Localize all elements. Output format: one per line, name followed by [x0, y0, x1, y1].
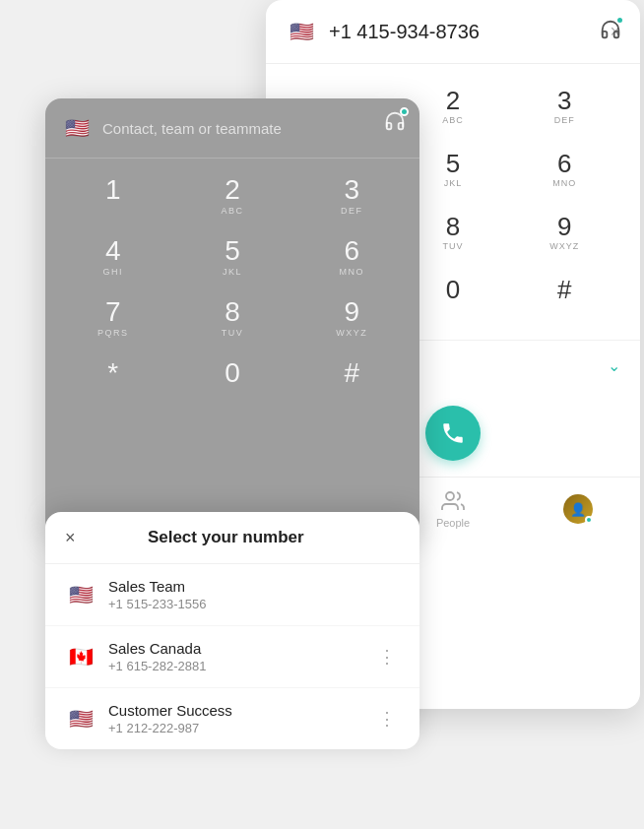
customer-success-name: Customer Success: [108, 702, 362, 719]
customer-success-more-button[interactable]: ⋮: [374, 704, 400, 733]
customer-success-flag-icon: 🇺🇸: [65, 703, 97, 734]
front-key-hash[interactable]: #: [292, 350, 412, 411]
user-avatar: 👤: [563, 494, 593, 524]
number-item-sales-canada[interactable]: 🇨🇦 Sales Canada +1 615-282-2881 ⋮: [45, 626, 419, 688]
front-key-1[interactable]: 1: [53, 166, 172, 227]
front-key-5[interactable]: 5 JKL: [172, 227, 291, 288]
modal-title: Select your number: [88, 528, 364, 547]
modal-header: × Select your number: [45, 512, 419, 564]
bg-nav-avatar[interactable]: 👤: [515, 485, 640, 533]
sales-canada-number: +1 615-282-2881: [108, 659, 362, 673]
front-key-star[interactable]: *: [53, 350, 172, 411]
chevron-down-icon: ⌄: [608, 356, 620, 375]
people-label: People: [436, 517, 470, 529]
bg-key-hash[interactable]: #: [509, 265, 620, 328]
front-key-2[interactable]: 2 ABC: [172, 166, 291, 227]
front-keypad: 1 2 ABC 3 DEF 4 GHI 5 JKL 6 MNO 7 PQRS 8: [45, 159, 419, 418]
headset-icon[interactable]: [597, 16, 624, 43]
bg-dialer-header: 🇺🇸 +1 415-934-8736 ×: [266, 0, 640, 64]
sales-team-number: +1 515-233-1556: [108, 597, 400, 611]
contact-search-input[interactable]: [102, 120, 404, 137]
bg-flag-icon: 🇺🇸: [286, 16, 317, 47]
bg-call-button[interactable]: [425, 406, 481, 461]
front-flag-icon: 🇺🇸: [61, 112, 93, 144]
number-item-customer-success[interactable]: 🇺🇸 Customer Success +1 212-222-987 ⋮: [45, 688, 419, 749]
number-item-sales-team[interactable]: 🇺🇸 Sales Team +1 515-233-1556: [45, 564, 419, 626]
front-key-3[interactable]: 3 DEF: [292, 166, 412, 227]
front-headset-icon[interactable]: [384, 110, 406, 136]
front-key-7[interactable]: 7 PQRS: [53, 288, 172, 350]
front-dialer-search-bar[interactable]: 🇺🇸: [45, 98, 419, 159]
sales-canada-more-button[interactable]: ⋮: [374, 642, 400, 671]
modal-close-button[interactable]: ×: [65, 529, 76, 546]
front-key-0[interactable]: 0: [172, 350, 291, 411]
sales-canada-name: Sales Canada: [108, 640, 362, 657]
select-number-modal: × Select your number 🇺🇸 Sales Team +1 51…: [45, 512, 419, 749]
sales-canada-flag-icon: 🇨🇦: [65, 641, 97, 672]
bg-key-9[interactable]: 9 WXYZ: [509, 202, 620, 265]
customer-success-number: +1 212-222-987: [108, 721, 362, 735]
front-key-6[interactable]: 6 MNO: [292, 227, 412, 288]
front-key-4[interactable]: 4 GHI: [53, 227, 172, 288]
front-dialer: 🇺🇸 1 2 ABC 3 DEF 4 GHI 5 JKL 6 MNO 7: [45, 98, 419, 537]
bg-key-6[interactable]: 6 MNO: [509, 139, 620, 202]
front-key-9[interactable]: 9 WXYZ: [292, 288, 412, 350]
bg-key-3[interactable]: 3 DEF: [509, 76, 620, 139]
sales-team-name: Sales Team: [108, 578, 400, 595]
svg-point-0: [446, 492, 454, 500]
sales-team-flag-icon: 🇺🇸: [65, 579, 97, 610]
bg-phone-number: +1 415-934-8736: [329, 21, 598, 43]
front-key-8[interactable]: 8 TUV: [172, 288, 291, 350]
